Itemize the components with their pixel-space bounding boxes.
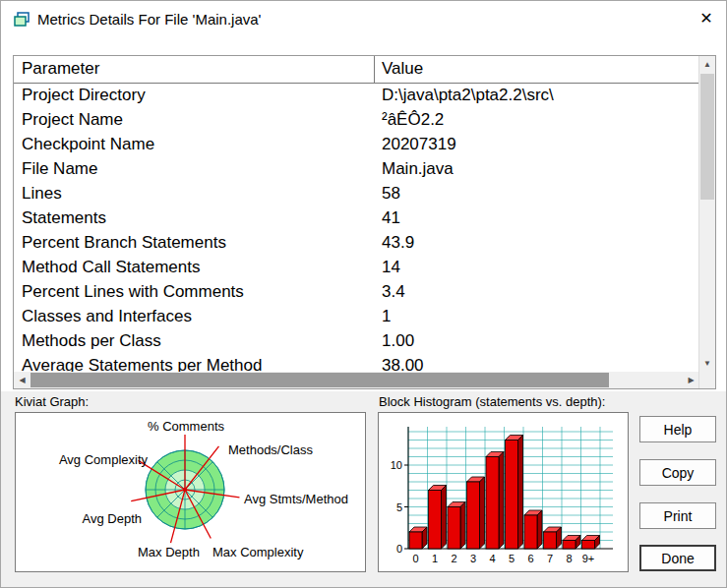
vertical-scrollbar-thumb[interactable] [700, 74, 714, 200]
value-cell: 1 [382, 307, 391, 326]
kiviat-axis-label: Avg Complexity [33, 452, 148, 467]
block-histogram-label: Block Histogram (statements vs. depth): [379, 394, 605, 409]
table-row: Statements 41 [14, 206, 715, 231]
titlebar: Metrics Details For File 'Main.java' ✕ [1, 1, 727, 38]
value-cell: D:\java\pta2\pta2.2\src\ [382, 86, 554, 105]
value-cell: 38.00 [382, 356, 424, 373]
close-icon: ✕ [699, 10, 712, 27]
value-cell: 14 [382, 258, 400, 277]
table-row: Percent Branch Statements 43.9 [14, 231, 715, 256]
svg-text:5: 5 [396, 501, 402, 513]
table-header: Parameter Value [14, 56, 715, 84]
done-button[interactable]: Done [639, 545, 716, 571]
param-cell: Project Directory [22, 86, 146, 105]
header-parameter: Parameter [22, 59, 99, 79]
param-cell: Percent Lines with Comments [22, 282, 244, 302]
kiviat-graph-label: Kiviat Graph: [15, 394, 89, 409]
svg-text:0: 0 [412, 553, 418, 564]
table-row: Percent Lines with Comments 3.4 [14, 280, 715, 305]
value-cell: 43.9 [382, 233, 414, 253]
block-histogram: 05100123456789+ [378, 412, 629, 572]
table-row: Project Directory D:\java\pta2\pta2.2\sr… [14, 84, 715, 108]
param-cell: Method Call Statements [22, 258, 200, 277]
scroll-left-arrow-icon[interactable]: ◀ [14, 372, 30, 388]
scroll-right-arrow-icon[interactable]: ▶ [683, 372, 699, 388]
param-cell: Project Name [22, 110, 123, 130]
svg-text:7: 7 [547, 553, 553, 564]
value-cell: Main.java [382, 159, 454, 179]
svg-text:2: 2 [451, 553, 456, 564]
kiviat-axis-label: % Comments [148, 419, 224, 434]
param-cell: Classes and Interfaces [22, 307, 192, 326]
value-cell: 41 [382, 208, 400, 228]
table-row: Lines 58 [14, 182, 715, 206]
param-cell: Checkpoint Name [22, 135, 154, 154]
table-row: File Name Main.java [14, 157, 715, 182]
copy-button[interactable]: Copy [639, 459, 716, 486]
value-cell: 58 [382, 184, 400, 204]
window-title: Metrics Details For File 'Main.java' [37, 11, 261, 28]
horizontal-scrollbar[interactable]: ◀ ▶ [14, 372, 699, 388]
svg-text:9+: 9+ [582, 553, 595, 564]
help-button[interactable]: Help [639, 416, 716, 442]
table-rows: Project Directory D:\java\pta2\pta2.2\sr… [14, 84, 715, 373]
table-row: Classes and Interfaces 1 [14, 305, 715, 329]
table-row: Methods per Class 1.00 [14, 329, 715, 354]
window-icon [14, 12, 30, 28]
param-cell: Methods per Class [22, 331, 161, 351]
horizontal-scrollbar-thumb[interactable] [30, 373, 609, 387]
metrics-details-dialog: Metrics Details For File 'Main.java' ✕ P… [0, 0, 727, 588]
table-row: Method Call Statements 14 [14, 256, 715, 280]
close-button[interactable]: ✕ [689, 3, 724, 34]
print-button[interactable]: Print [639, 502, 716, 529]
table-row: Average Statements per Method 38.00 [14, 354, 715, 373]
kiviat-axis-label: Avg Depth [57, 511, 142, 526]
svg-text:5: 5 [509, 553, 515, 564]
svg-text:10: 10 [391, 459, 402, 471]
param-cell: Statements [22, 208, 106, 228]
value-cell: 1.00 [382, 331, 414, 351]
param-cell: Lines [22, 184, 62, 204]
table-row: Checkpoint Name 20207319 [14, 133, 715, 157]
svg-text:4: 4 [489, 553, 495, 564]
kiviat-axis-label: Max Depth [138, 545, 200, 559]
value-cell: 3.4 [382, 282, 405, 302]
value-cell: ²âÊÔ2.2 [382, 110, 444, 130]
value-cell: 20207319 [382, 135, 456, 154]
svg-text:8: 8 [566, 553, 572, 564]
kiviat-axis-label: Methods/Class [228, 442, 313, 457]
kiviat-axis-label: Max Complexity [212, 545, 303, 559]
scroll-up-arrow-icon[interactable]: ▲ [699, 56, 715, 73]
kiviat-axis-label: Avg Stmts/Method [244, 492, 348, 506]
table-row: Project Name ²âÊÔ2.2 [14, 108, 715, 133]
kiviat-graph: % Comments Methods/Class Avg Stmts/Metho… [15, 412, 366, 572]
param-cell: File Name [22, 159, 97, 179]
svg-text:3: 3 [470, 553, 476, 564]
svg-text:0: 0 [396, 543, 402, 555]
svg-text:6: 6 [527, 553, 533, 564]
param-cell: Average Statements per Method [22, 356, 262, 373]
header-value: Value [382, 59, 423, 79]
svg-text:1: 1 [432, 553, 438, 564]
metrics-table: Parameter Value Project Directory D:\jav… [13, 55, 716, 389]
histogram-chart: 05100123456789+ [379, 413, 628, 571]
scroll-down-arrow-icon[interactable]: ▼ [699, 355, 715, 372]
param-cell: Percent Branch Statements [22, 233, 226, 253]
vertical-scrollbar[interactable]: ▲ ▼ [698, 56, 715, 388]
header-divider [374, 56, 375, 83]
